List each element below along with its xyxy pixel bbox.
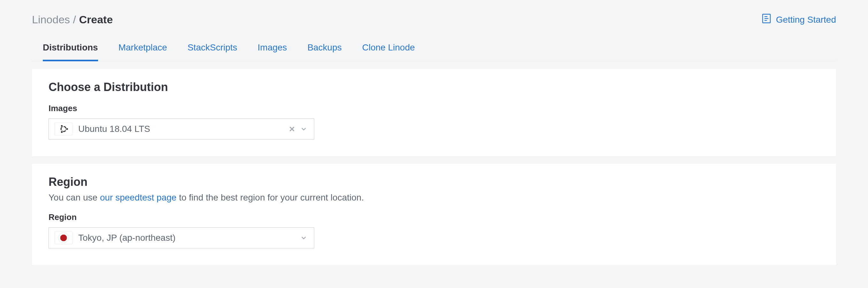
tab-distributions[interactable]: Distributions — [43, 39, 98, 61]
region-heading: Region — [49, 175, 819, 189]
images-select[interactable]: Ubuntu 18.04 LTS × — [49, 119, 314, 139]
images-label: Images — [49, 103, 819, 114]
svg-point-8 — [61, 131, 63, 133]
document-icon — [761, 13, 772, 27]
breadcrumb: Linodes / Create — [32, 13, 113, 26]
create-tabs: Distributions Marketplace StackScripts I… — [32, 39, 836, 61]
distribution-card: Choose a Distribution Images Ubuntu 18.0… — [32, 69, 836, 156]
chevron-down-icon[interactable] — [299, 125, 308, 133]
tab-images[interactable]: Images — [258, 39, 287, 61]
tab-stackscripts[interactable]: StackScripts — [187, 39, 237, 61]
distribution-heading: Choose a Distribution — [49, 81, 819, 94]
clear-icon[interactable]: × — [284, 124, 299, 134]
region-card: Region You can use our speedtest page to… — [32, 164, 836, 265]
region-select[interactable]: Tokyo, JP (ap-northeast) — [49, 227, 314, 248]
tab-marketplace[interactable]: Marketplace — [119, 39, 167, 61]
breadcrumb-current: Create — [79, 13, 113, 26]
ubuntu-icon — [55, 123, 72, 135]
tab-backups[interactable]: Backups — [308, 39, 342, 61]
chevron-down-icon[interactable] — [299, 233, 308, 242]
japan-flag-icon — [55, 231, 72, 244]
breadcrumb-parent[interactable]: Linodes — [32, 13, 70, 26]
breadcrumb-separator: / — [73, 13, 76, 26]
region-select-value: Tokyo, JP (ap-northeast) — [78, 233, 299, 243]
svg-point-6 — [66, 128, 68, 130]
speedtest-link[interactable]: our speedtest page — [100, 193, 177, 202]
images-select-value: Ubuntu 18.04 LTS — [78, 124, 284, 134]
getting-started-label: Getting Started — [776, 15, 836, 25]
getting-started-link[interactable]: Getting Started — [761, 13, 836, 27]
tab-clone-linode[interactable]: Clone Linode — [362, 39, 415, 61]
region-subtitle: You can use our speedtest page to find t… — [49, 193, 819, 203]
svg-point-7 — [61, 125, 63, 127]
region-label: Region — [49, 212, 819, 222]
